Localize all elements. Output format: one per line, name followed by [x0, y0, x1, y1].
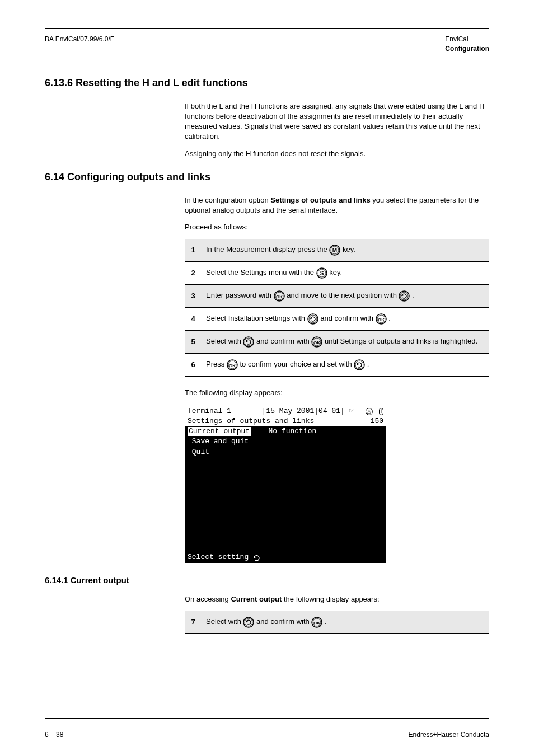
chapter-name: Configuration [445, 45, 489, 53]
ok-key-icon [376, 313, 387, 325]
menu-current-output-value: No function [268, 427, 316, 435]
step-num: 6 [185, 354, 202, 377]
step-3: 3 Enter password with and move to the ne… [185, 285, 489, 308]
step-num: 3 [185, 285, 202, 308]
cycle-key-icon [243, 617, 254, 628]
step-6: 6 Press to confirm your choice and set w… [185, 354, 489, 377]
procedure-table-2: 7 Select with and confirm with . [185, 611, 489, 634]
product-name: EnviCal [445, 35, 468, 43]
cycle-key-icon [399, 290, 410, 302]
cycle-icon [252, 553, 261, 562]
ok-key-icon [311, 617, 322, 628]
step-7: 7 Select with and confirm with . [185, 611, 489, 634]
ok-key-icon [227, 359, 238, 370]
para-reset-1: If both the L and the H functions are as… [185, 101, 489, 142]
step-num: 2 [185, 262, 202, 285]
terminal-clock: 04 01 [318, 407, 340, 415]
para-current-output: On accessing Current output the followin… [185, 594, 489, 604]
section-6-14-title: 6.14 Configuring outputs and links [45, 170, 489, 184]
menu-save-quit: Save and quit [192, 437, 249, 445]
cycle-key-icon [243, 336, 254, 348]
cycle-key-icon [307, 313, 318, 325]
info-icon: i [379, 408, 383, 415]
company-name: Endress+Hauser Conducta [409, 730, 489, 740]
step-num: 7 [185, 611, 202, 634]
menu-quit: Quit [192, 448, 209, 456]
terminal-date: 15 May 2001 [266, 407, 314, 415]
step-4: 4 Select Installation settings with and … [185, 308, 489, 331]
doc-id: BA EnviCal/07.99/6.0/E [45, 35, 115, 43]
ok-key-icon [311, 336, 322, 348]
procedure-table-1: 1 In the Measurement display press the M… [185, 239, 489, 377]
step-5: 5 Select with and confirm with until Set… [185, 331, 489, 354]
terminal-page-code: 150 [371, 417, 383, 426]
cycle-key-icon [354, 359, 365, 370]
step-num: 1 [185, 239, 202, 262]
hand-icon: ☞ [349, 407, 354, 415]
menu-current-output: Current output [188, 427, 251, 436]
s-key-icon: S [316, 267, 327, 279]
terminal-screenshot: Terminal 1 |15 May 2001|04 01| ☞ △ i Set… [185, 406, 386, 563]
terminal-subtitle: Settings of outputs and links [188, 417, 314, 426]
step-num: 5 [185, 331, 202, 354]
warning-icon: △ [366, 408, 373, 415]
step-2: 2 Select the Settings menu with the S ke… [185, 262, 489, 285]
terminal-footer: Select setting [188, 553, 249, 562]
svg-text:S: S [320, 270, 324, 276]
para-outputs-intro: In the configuration option Settings of … [185, 195, 489, 215]
proceed-label: Proceed as follows: [185, 222, 489, 232]
after-steps-1: The following display appears: [185, 388, 489, 398]
para-reset-2: Assigning only the H function does not r… [185, 149, 489, 159]
svg-text:M: M [332, 247, 337, 253]
m-key-icon: M [329, 245, 340, 256]
step-num: 4 [185, 308, 202, 331]
terminal-title: Terminal 1 [188, 407, 231, 415]
step-1: 1 In the Measurement display press the M… [185, 239, 489, 262]
page-number: 6 – 38 [45, 730, 63, 740]
ok-key-icon [274, 290, 285, 302]
section-6-13-6-title: 6.13.6 Resetting the H and L edit functi… [45, 76, 489, 90]
section-6-14-1-title: 6.14.1 Current output [45, 574, 489, 586]
